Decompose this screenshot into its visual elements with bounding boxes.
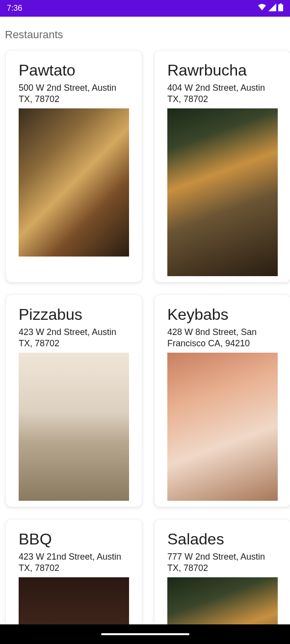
restaurant-name: Pawtato xyxy=(19,61,129,79)
svg-rect-1 xyxy=(280,3,282,4)
android-nav-bar xyxy=(0,624,290,644)
wifi-icon xyxy=(258,3,266,13)
status-time: 7:36 xyxy=(7,4,22,13)
cell-signal-icon xyxy=(268,3,276,13)
restaurant-card[interactable]: Pizzabus 423 W 2nd Street, Austin TX, 78… xyxy=(5,294,142,507)
status-bar: 7:36 xyxy=(0,0,290,17)
restaurant-address: 777 W 2nd Street, Austin TX, 78702 xyxy=(167,551,278,573)
restaurant-address: 428 W 8nd Street, San Francisco CA, 9421… xyxy=(167,327,278,349)
restaurant-card[interactable]: Rawrbucha 404 W 2nd Street, Austin TX, 7… xyxy=(154,50,290,283)
restaurant-address: 500 W 2nd Street, Austin TX, 78702 xyxy=(19,82,129,104)
restaurant-grid: Pawtato 500 W 2nd Street, Austin TX, 787… xyxy=(0,50,290,644)
restaurant-address: 404 W 2nd Street, Austin TX, 78702 xyxy=(167,82,278,104)
restaurant-address: 423 W 21nd Street, Austin TX, 78702 xyxy=(19,551,129,573)
battery-icon xyxy=(278,3,283,13)
restaurant-photo xyxy=(19,108,129,257)
restaurant-name: Keybabs xyxy=(167,306,278,324)
restaurant-name: Salades xyxy=(167,530,278,548)
restaurant-card[interactable]: Keybabs 428 W 8nd Street, San Francisco … xyxy=(154,294,290,507)
svg-rect-0 xyxy=(278,4,283,11)
status-icons xyxy=(258,3,283,13)
restaurant-name: Pizzabus xyxy=(19,306,129,324)
home-indicator[interactable] xyxy=(101,633,189,635)
restaurant-photo xyxy=(167,108,278,276)
restaurant-name: Rawrbucha xyxy=(167,61,278,79)
restaurant-name: BBQ xyxy=(19,530,129,548)
restaurant-address: 423 W 2nd Street, Austin TX, 78702 xyxy=(19,327,129,349)
restaurant-photo xyxy=(19,353,129,501)
restaurant-card[interactable]: Pawtato 500 W 2nd Street, Austin TX, 787… xyxy=(5,50,142,283)
page-title: Restaurants xyxy=(0,17,290,50)
restaurant-photo xyxy=(167,353,278,501)
